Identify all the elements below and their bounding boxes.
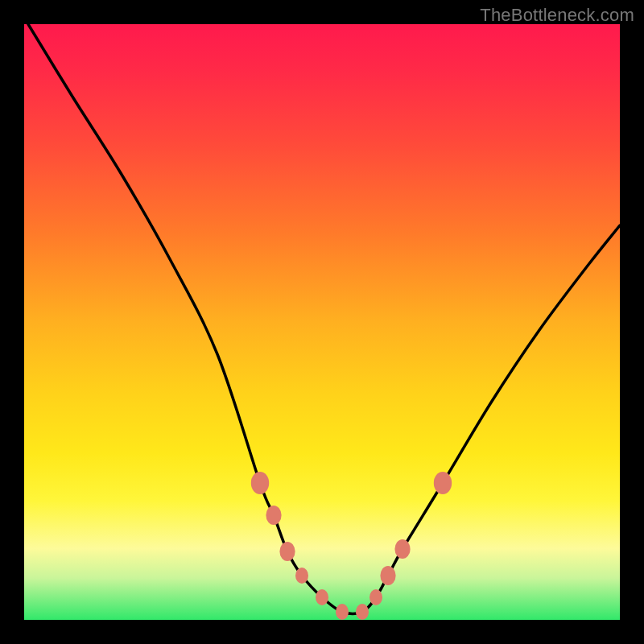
curve-marker [394, 539, 410, 559]
curve-marker [434, 472, 452, 494]
plot-area [24, 24, 620, 620]
curve-marker [369, 589, 382, 605]
curve-marker [266, 506, 281, 525]
curve-layer [24, 24, 620, 620]
curve-markers [251, 472, 452, 620]
curve-marker [380, 566, 395, 585]
curve-marker [251, 472, 269, 494]
curve-marker [279, 542, 295, 561]
curve-marker [316, 589, 328, 605]
watermark-text: TheBottleneck.com [480, 5, 634, 26]
bottleneck-curve [28, 24, 620, 613]
curve-marker [295, 568, 308, 584]
curve-marker [336, 604, 349, 620]
curve-marker [356, 604, 369, 620]
chart-frame: TheBottleneck.com [0, 0, 644, 644]
